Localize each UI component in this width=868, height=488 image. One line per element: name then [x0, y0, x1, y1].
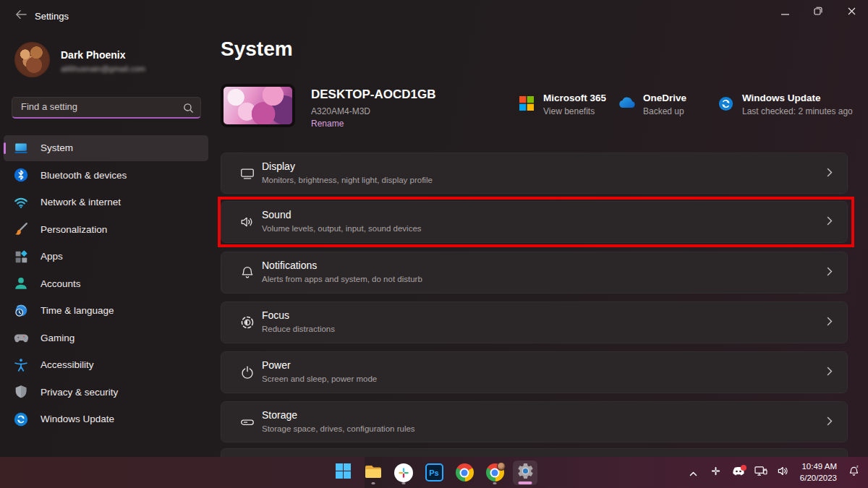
- sidebar-item-system[interactable]: System: [4, 135, 208, 161]
- row-title: Focus: [262, 309, 289, 321]
- search-input[interactable]: [12, 98, 200, 117]
- row-subtitle: Monitors, brightness, night light, displ…: [262, 176, 433, 184]
- tray-volume-button[interactable]: [775, 462, 792, 484]
- tray-network-button[interactable]: [752, 462, 770, 484]
- settings-row-partial[interactable]: [221, 448, 848, 457]
- status-subtitle: View benefits: [543, 106, 606, 116]
- sidebar-item-windows-update[interactable]: Windows Update: [4, 406, 208, 432]
- notifications-icon: [239, 264, 256, 281]
- windows-update-icon: [12, 411, 30, 428]
- row-title: Display: [262, 160, 295, 172]
- sidebar-item-personalization[interactable]: Personalization: [4, 216, 208, 242]
- sidebar-item-network[interactable]: Network & internet: [4, 189, 208, 215]
- tray-clock[interactable]: 10:49 AM 6/20/2023: [800, 461, 837, 484]
- status-title: Windows Update: [742, 93, 853, 103]
- status-card-microsoft-365[interactable]: Microsoft 365 View benefits: [517, 93, 606, 116]
- row-title: Sound: [262, 209, 291, 221]
- microsoft-365-icon: [517, 95, 536, 111]
- windows-start-icon: [335, 463, 352, 482]
- row-subtitle: Alerts from apps and system, do not dist…: [262, 275, 422, 283]
- notification-bell-icon: z: [848, 465, 860, 480]
- photoshop-icon: Ps: [425, 463, 443, 481]
- sidebar-item-accessibility[interactable]: Accessibility: [4, 352, 208, 378]
- close-button[interactable]: [835, 0, 868, 23]
- sidebar-item-label: Accounts: [41, 278, 81, 289]
- power-icon: [239, 364, 256, 381]
- settings-taskbar-button[interactable]: [513, 461, 537, 485]
- system-icon: [12, 140, 30, 157]
- tray-discord-button[interactable]: [730, 462, 747, 484]
- gaming-icon: [12, 329, 30, 346]
- chevron-right-icon: [827, 215, 833, 228]
- tray-notifications-button[interactable]: z: [845, 462, 862, 484]
- storage-icon: [239, 414, 256, 431]
- sidebar-item-gaming[interactable]: Gaming: [4, 325, 208, 351]
- personalization-icon: [12, 221, 30, 238]
- notification-badge: [741, 465, 746, 471]
- sound-icon: [239, 213, 256, 231]
- sidebar-item-time-language[interactable]: Time & language: [4, 298, 208, 324]
- slack-button[interactable]: [391, 461, 416, 485]
- back-button[interactable]: [10, 7, 32, 25]
- minimize-icon: [781, 5, 789, 18]
- sidebar-item-label: System: [41, 142, 73, 153]
- sidebar-item-bluetooth[interactable]: Bluetooth & devices: [4, 162, 208, 188]
- tray-time: 10:49 AM: [800, 461, 837, 473]
- sidebar-item-accounts[interactable]: Accounts: [4, 270, 208, 296]
- row-subtitle: Reduce distractions: [262, 325, 335, 333]
- chrome-button[interactable]: [452, 461, 477, 485]
- sidebar-item-privacy-security[interactable]: Privacy & security: [4, 379, 208, 405]
- chevron-right-icon: [827, 416, 833, 429]
- search-icon: [183, 103, 194, 116]
- start-button[interactable]: [331, 461, 355, 485]
- photoshop-button[interactable]: Ps: [422, 461, 446, 485]
- slack-tray-icon: [710, 466, 721, 479]
- file-explorer-button[interactable]: [361, 461, 386, 485]
- sidebar-item-label: Windows Update: [41, 414, 114, 424]
- desktop-screen: { "window": { "title": "Settings", "cont…: [0, 0, 868, 488]
- minimize-button[interactable]: [768, 0, 801, 23]
- windows-update-icon: [716, 95, 735, 112]
- status-subtitle: Backed up: [643, 106, 686, 116]
- speaker-icon: [777, 466, 789, 479]
- status-card-windows-update[interactable]: Windows Update Last checked: 2 minutes a…: [716, 93, 853, 116]
- status-title: Microsoft 365: [543, 93, 606, 103]
- settings-row-power[interactable]: Power Screen and sleep, power mode: [221, 351, 848, 393]
- sidebar-item-apps[interactable]: Apps: [4, 244, 208, 270]
- rename-link[interactable]: Rename: [311, 119, 344, 129]
- account-email: ali6husnain@gmail.com: [61, 64, 145, 73]
- svg-text:z: z: [856, 465, 858, 468]
- row-subtitle: Volume levels, output, input, sound devi…: [262, 224, 422, 233]
- privacy-security-icon: [12, 383, 30, 401]
- close-icon: [848, 5, 856, 18]
- tray-chevron-up-button[interactable]: [685, 462, 702, 484]
- restore-button[interactable]: [801, 0, 835, 23]
- network-icon: [12, 194, 30, 211]
- chevron-up-icon: [689, 466, 697, 479]
- chrome-profile-button[interactable]: [482, 461, 507, 485]
- settings-row-notifications[interactable]: Notifications Alerts from apps and syste…: [221, 252, 848, 294]
- chevron-right-icon: [827, 167, 833, 180]
- sidebar-nav: System Bluetooth & devices Network & int…: [4, 134, 208, 433]
- chevron-right-icon: [827, 266, 833, 279]
- tray-date: 6/20/2023: [800, 473, 837, 484]
- sidebar-item-label: Gaming: [41, 333, 75, 343]
- accessibility-icon: [12, 356, 30, 374]
- network-tray-icon: [754, 466, 767, 480]
- settings-row-storage[interactable]: Storage Storage space, drives, configura…: [221, 401, 848, 442]
- settings-row-display[interactable]: Display Monitors, brightness, night ligh…: [221, 153, 848, 194]
- back-arrow-icon: [15, 9, 27, 22]
- status-subtitle: Last checked: 2 minutes ago: [742, 106, 853, 116]
- time-language-icon: [12, 302, 30, 320]
- window-title: Settings: [35, 11, 69, 22]
- settings-window: Settings Dark Phoenix ali6husnain@gmail.…: [0, 0, 868, 457]
- status-card-onedrive[interactable]: OneDrive Backed up: [617, 93, 686, 116]
- search-box[interactable]: [12, 97, 201, 119]
- restore-icon: [814, 5, 822, 18]
- row-title: Power: [262, 359, 291, 371]
- settings-row-focus[interactable]: Focus Reduce distractions: [221, 301, 848, 343]
- chevron-right-icon: [827, 366, 833, 379]
- avatar[interactable]: [14, 42, 50, 77]
- tray-slack-button[interactable]: [707, 462, 725, 484]
- settings-row-sound[interactable]: Sound Volume levels, output, input, soun…: [221, 201, 848, 243]
